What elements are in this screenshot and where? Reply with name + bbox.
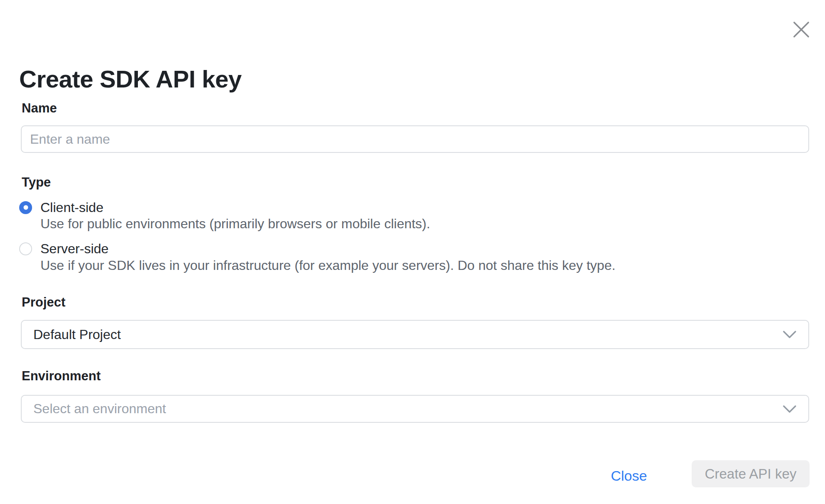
radio-button-server-side[interactable] xyxy=(19,242,32,255)
page-title: Create SDK API key xyxy=(19,65,242,94)
server-side-description: Use if your SDK lives in your infrastruc… xyxy=(40,257,615,274)
project-field-label: Project xyxy=(22,294,65,311)
close-button[interactable] xyxy=(790,18,812,41)
radio-option-server-side[interactable]: Server-side xyxy=(19,242,109,256)
name-input[interactable] xyxy=(21,125,809,153)
environment-select-placeholder: Select an environment xyxy=(33,401,166,417)
close-icon xyxy=(793,21,810,38)
type-field-label: Type xyxy=(22,174,51,191)
chevron-down-icon xyxy=(782,404,797,414)
environment-field-label: Environment xyxy=(22,368,100,384)
name-field-label: Name xyxy=(22,100,57,117)
create-sdk-api-key-dialog: Create SDK API key Name Type Client-side… xyxy=(0,0,825,504)
project-select[interactable]: Default Project xyxy=(21,320,809,349)
radio-label-client-side: Client-side xyxy=(40,200,103,215)
create-api-key-button[interactable]: Create API key xyxy=(692,460,810,487)
radio-button-client-side[interactable] xyxy=(19,201,32,214)
radio-label-server-side: Server-side xyxy=(40,241,109,257)
environment-select[interactable]: Select an environment xyxy=(21,395,809,423)
close-link-button[interactable]: Close xyxy=(611,467,647,484)
project-select-value: Default Project xyxy=(33,327,121,342)
client-side-description: Use for public environments (primarily b… xyxy=(40,215,430,232)
chevron-down-icon xyxy=(782,330,797,339)
radio-option-client-side[interactable]: Client-side xyxy=(19,200,103,215)
